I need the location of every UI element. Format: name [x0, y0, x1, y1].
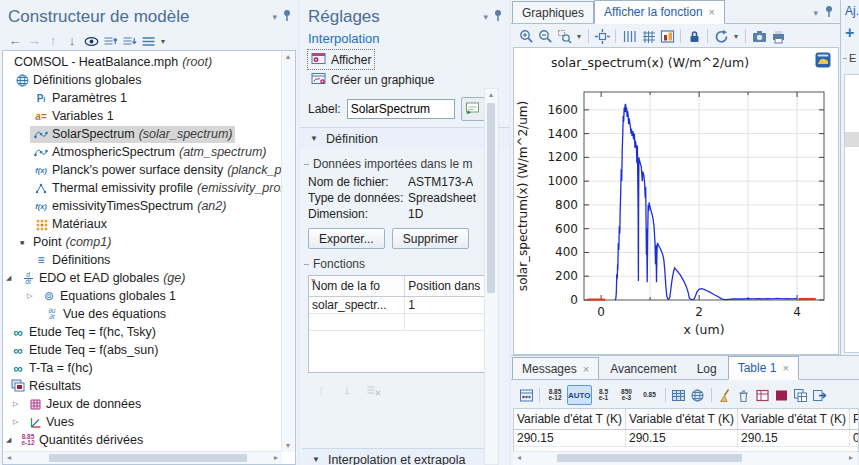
label-input[interactable]: [347, 99, 455, 119]
expand-icon[interactable]: ▷: [27, 292, 38, 300]
column-header[interactable]: Variable d'état T (K): [738, 409, 850, 430]
close-tab-icon[interactable]: ×: [782, 362, 788, 374]
tab-table-1[interactable]: Table 1×: [728, 356, 799, 380]
camera-icon[interactable]: [750, 27, 768, 45]
show-icon[interactable]: [82, 32, 100, 50]
close-tab-icon[interactable]: ×: [583, 363, 589, 375]
table-horizontal-scrollbar[interactable]: ◂ ▸: [513, 451, 857, 465]
precision-0-85-button[interactable]: 0.85: [639, 386, 661, 404]
zoom-in-icon[interactable]: [517, 27, 535, 45]
collapse-icon[interactable]: ◢: [6, 274, 17, 282]
scroll-right-icon[interactable]: ▸: [845, 452, 857, 464]
tree-item[interactable]: AtmosphericSpectrum(atm_spectrum): [3, 143, 281, 161]
move-up-icon[interactable]: ↑: [44, 32, 62, 50]
export-button[interactable]: Exporter...: [308, 228, 385, 249]
scroll-right-icon[interactable]: ▸: [270, 452, 282, 464]
pin-icon[interactable]: [824, 5, 834, 21]
scrollbar-thumb[interactable]: [49, 454, 247, 462]
tree-item[interactable]: ∞Etude Teq = f(abs_sun): [3, 341, 281, 359]
table-cell[interactable]: 290.15: [738, 430, 850, 447]
tab-graphiques[interactable]: Graphiques: [512, 1, 594, 23]
add-icon[interactable]: +: [841, 18, 859, 42]
tree-item[interactable]: ◢ddtEDO et EAD globales(ge): [3, 269, 281, 287]
tree-item[interactable]: f(x)Planck's power surface density(planc…: [3, 161, 281, 179]
settings-scrollbar[interactable]: ▴: [484, 88, 499, 465]
expand-icon[interactable]: ▷: [13, 418, 24, 426]
tab-afficher-la-fonction[interactable]: Afficher la fonction×: [594, 0, 725, 24]
scroll-left-icon[interactable]: ◂: [3, 452, 15, 464]
scroll-left-icon[interactable]: ◂: [513, 452, 525, 464]
solar-spectrum-chart[interactable]: 02402004006008001000120014001600x (um)so…: [514, 48, 836, 353]
tree-item[interactable]: ∞T-Ta = f(hc): [3, 359, 281, 377]
tree-horizontal-scrollbar[interactable]: ◂ ▸: [3, 451, 282, 464]
plot-appearance-icon[interactable]: [658, 27, 676, 45]
table-row[interactable]: [309, 314, 487, 331]
selected-row[interactable]: [845, 132, 859, 147]
delete-icon[interactable]: [735, 386, 753, 404]
table-cell[interactable]: solar_spectr...: [309, 297, 405, 314]
show-button[interactable]: Afficher: [308, 50, 374, 69]
expand-icon[interactable]: ▷: [13, 400, 24, 408]
tree-item[interactable]: f(x)emissivityTimesSpectrum(an2): [3, 197, 281, 215]
delete-button[interactable]: Supprimer: [392, 228, 469, 249]
column-header[interactable]: Variable d'état T (K): [626, 409, 738, 430]
column-header[interactable]: P: [850, 409, 859, 430]
tab-menu-caret-icon[interactable]: ▾: [813, 8, 818, 18]
scrollbar-thumb[interactable]: [557, 454, 742, 462]
expand-all-icon[interactable]: [120, 32, 138, 50]
column-header[interactable]: Variable d'état T (K): [514, 409, 626, 430]
scroll-up-icon[interactable]: ▴: [485, 89, 497, 101]
lock-axes-icon[interactable]: [685, 27, 703, 45]
tree-item[interactable]: ▷⊚Equations globales 1: [3, 287, 281, 305]
scrollbar-thumb[interactable]: [487, 103, 495, 293]
tab-ajouter[interactable]: Aj.: [841, 0, 859, 18]
tree-item[interactable]: Thermal emissivity profile(emissivity_pr…: [3, 179, 281, 197]
precision-8-85e-12-button[interactable]: 8.85e-12: [544, 386, 566, 404]
precision-850e-3-button[interactable]: 850e-3: [616, 386, 638, 404]
tree-item[interactable]: ▷Jeux de données: [3, 395, 281, 413]
tree-item[interactable]: COMSOL - HeatBalance.mph(root): [3, 53, 281, 71]
table-cell[interactable]: 290.15: [514, 430, 626, 447]
table-row[interactable]: 290.15290.15290.150: [514, 430, 859, 447]
table-cell[interactable]: 1: [405, 297, 487, 314]
tree-vertical-scrollbar[interactable]: ▴ ▾: [281, 51, 295, 452]
plot-window-icon[interactable]: [815, 52, 831, 71]
tree-item[interactable]: ∂u∂tVue des équations: [3, 305, 281, 323]
tree-item[interactable]: ≡Définitions: [3, 251, 281, 269]
close-tab-icon[interactable]: ×: [709, 6, 715, 18]
caret-icon[interactable]: ▾: [158, 32, 168, 50]
column-header[interactable]: Position dans: [405, 276, 487, 297]
tree-item[interactable]: ▷Vues: [3, 413, 281, 431]
tree-options-icon[interactable]: [139, 32, 157, 50]
precision-8-5e-1-button[interactable]: 8.5e-1: [593, 386, 615, 404]
caret-icon[interactable]: ▾: [731, 27, 741, 45]
edit-table-icon[interactable]: [754, 386, 772, 404]
forward-icon[interactable]: →: [25, 32, 43, 50]
tab-messages[interactable]: Messages×: [512, 357, 599, 379]
pin-icon[interactable]: [282, 9, 292, 25]
tab-log[interactable]: Log: [688, 358, 726, 379]
zoom-out-icon[interactable]: [536, 27, 554, 45]
scroll-up-icon[interactable]: ▴: [282, 51, 294, 63]
color-square-icon[interactable]: [773, 386, 791, 404]
collapse-icon[interactable]: ◢: [6, 436, 17, 444]
tree-item[interactable]: SolarSpectrum(solar_spectrum): [3, 125, 281, 143]
tree-item[interactable]: a=Variables 1: [3, 107, 281, 125]
tab-avancement[interactable]: Avancement: [601, 358, 686, 379]
caret-icon[interactable]: ▾: [574, 27, 584, 45]
back-icon[interactable]: ←: [6, 32, 24, 50]
tree-item[interactable]: Matériaux: [3, 215, 281, 233]
grid-lines-icon[interactable]: [639, 27, 657, 45]
export-table-icon[interactable]: [811, 386, 829, 404]
table-cell[interactable]: 290.15: [626, 430, 738, 447]
move-down-icon[interactable]: ↓: [63, 32, 81, 50]
panel-menu-caret-icon[interactable]: ▾: [272, 12, 277, 22]
definition-section-header[interactable]: ▼ Définition: [300, 127, 509, 149]
create-plot-button[interactable]: Créer un graphique: [308, 70, 437, 89]
plot-area[interactable]: 02402004006008001000120014001600x (um)so…: [513, 47, 839, 355]
scroll-down-icon[interactable]: ▾: [282, 440, 294, 452]
tree-item[interactable]: ■Point(comp1): [3, 233, 281, 251]
pin-icon[interactable]: [493, 9, 503, 25]
globe-format-icon[interactable]: [689, 386, 707, 404]
update-table-icon[interactable]: [517, 386, 535, 404]
